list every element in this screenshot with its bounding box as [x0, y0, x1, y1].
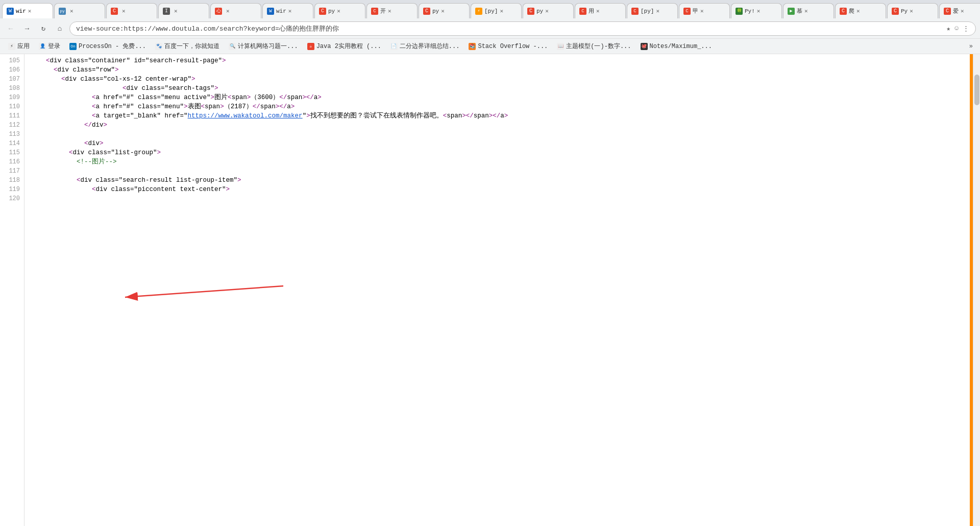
tab-19[interactable]: C 爱 ✕ — [939, 3, 980, 18]
tab-1[interactable]: py ✕ — [54, 3, 105, 18]
tab-18[interactable]: C Py ✕ — [887, 3, 938, 18]
source-wrapper: <div class="container" id="search-result… — [24, 54, 980, 526]
source-line — [31, 166, 970, 176]
tab-16-close[interactable]: ✕ — [804, 8, 808, 14]
bookmark-java[interactable]: ☕ Java 2实用教程 (... — [303, 41, 385, 52]
line-numbers: 1051061071081091101111121131141151161171… — [0, 54, 24, 526]
tab-19-icon: C — [944, 8, 951, 15]
tab-6-close[interactable]: ✕ — [288, 8, 292, 14]
tab-11-close[interactable]: ✕ — [545, 8, 549, 14]
bookmark-topic-label: 主题模型(一)-数字... — [566, 42, 631, 51]
tab-2-icon: C — [111, 8, 118, 15]
tab-10[interactable]: ⚡ [py] ✕ — [471, 3, 522, 18]
line-number: 105 — [0, 56, 20, 65]
java-icon: ☕ — [307, 43, 314, 50]
tab-16-icon: ▶ — [788, 8, 795, 15]
tab-active[interactable]: W wir ✕ — [2, 3, 53, 18]
bookmarks-more-button[interactable]: » — [966, 43, 976, 50]
tab-13-close[interactable]: ✕ — [656, 8, 659, 14]
processon-icon: On — [69, 43, 77, 50]
source-line: <div class="row"> — [31, 65, 970, 75]
tab-13-icon: C — [631, 8, 639, 15]
tab-label: wir — [16, 8, 26, 14]
back-button[interactable]: ← — [4, 22, 17, 35]
tab-4-close[interactable]: ✕ — [226, 8, 230, 14]
source-line: <div class="container" id="search-result… — [31, 56, 970, 65]
bookmark-apps[interactable]: ⚡ 应用 — [4, 41, 34, 52]
network-icon: 🔍 — [229, 43, 236, 50]
tab-8-close[interactable]: ✕ — [388, 8, 391, 14]
tab-4[interactable]: 心 ✕ — [210, 3, 261, 18]
source-line: <div class="search-tags"> — [31, 84, 970, 93]
source-line — [31, 130, 970, 139]
tab-9[interactable]: C py ✕ — [419, 3, 470, 18]
tab-7[interactable]: C py ✕ — [314, 3, 365, 18]
source-line: <div class="search-result list-group-ite… — [31, 176, 970, 185]
tab-12-icon: C — [579, 8, 586, 15]
line-number: 114 — [0, 139, 20, 148]
bookmark-binary-label: 二分边界详细总结... — [400, 42, 460, 51]
tab-16[interactable]: ▶ 慕 ✕ — [783, 3, 834, 18]
tab-10-close[interactable]: ✕ — [500, 8, 503, 14]
tab-12[interactable]: C 用 ✕ — [575, 3, 626, 18]
tab-7-close[interactable]: ✕ — [337, 8, 340, 14]
source-line: </div> — [31, 121, 970, 130]
address-bar: ← → ↻ ⌂ view-source:https://www.doutula.… — [0, 18, 980, 39]
source-line: <a href="#" class="menu active">图片<span>… — [31, 93, 970, 102]
bookmarks-bar: ⚡ 应用 👤 登录 On ProcessOn - 免费... 🐾 百度一下，你就… — [0, 39, 980, 54]
tab-12-close[interactable]: ✕ — [596, 8, 600, 14]
bookmark-star-icon[interactable]: ★ — [946, 25, 950, 33]
line-number: 115 — [0, 148, 20, 157]
tab-15[interactable]: 🍀 Py! ✕ — [731, 3, 782, 18]
tab-19-close[interactable]: ✕ — [961, 8, 964, 14]
bookmark-apps-label: 应用 — [17, 42, 30, 51]
bookmark-login[interactable]: 👤 登录 — [35, 41, 64, 52]
tab-18-close[interactable]: ✕ — [910, 8, 913, 14]
tab-3-close[interactable]: ✕ — [174, 8, 178, 14]
menu-dots-icon[interactable]: ⋮ — [963, 25, 969, 33]
tab-13[interactable]: C [py] ✕ — [627, 3, 678, 18]
tab-14-close[interactable]: ✕ — [700, 8, 704, 14]
baidu-icon: 🐾 — [155, 43, 162, 50]
bookmark-baidu[interactable]: 🐾 百度一下，你就知道 — [151, 41, 224, 52]
bookmark-stackoverflow[interactable]: 📚 Stack Overflow -... — [464, 41, 552, 52]
forward-button[interactable]: → — [20, 22, 34, 35]
line-number: 119 — [0, 185, 20, 194]
tab-15-icon: 🍀 — [736, 8, 743, 15]
bookmark-processon[interactable]: On ProcessOn - 免费... — [65, 41, 150, 52]
source-line: <div class="col-xs-12 center-wrap"> — [31, 75, 970, 84]
bookmark-processon-label: ProcessOn - 免费... — [79, 42, 146, 51]
bookmark-notes[interactable]: 🐙 Notes/Maximum_... — [636, 41, 716, 52]
home-button[interactable]: ⌂ — [53, 22, 66, 35]
source-line: <div> — [31, 139, 970, 148]
tab-close-btn[interactable]: ✕ — [28, 8, 32, 14]
scrollbar-track[interactable] — [973, 54, 980, 526]
line-number: 112 — [0, 121, 20, 130]
tab-2-close[interactable]: ✕ — [122, 8, 126, 14]
tab-15-close[interactable]: ✕ — [757, 8, 761, 14]
tab-2[interactable]: C ✕ — [106, 3, 157, 18]
bookmark-binary[interactable]: 📄 二分边界详细总结... — [386, 41, 464, 52]
bookmark-topic-model[interactable]: 📖 主题模型(一)-数字... — [553, 41, 635, 52]
profile-icon[interactable]: ☺ — [954, 25, 959, 32]
bookmark-network[interactable]: 🔍 计算机网络习题一... — [225, 41, 302, 52]
tab-14[interactable]: C 甲 ✕ — [679, 3, 730, 18]
tab-8[interactable]: C 开 ✕ — [366, 3, 418, 18]
tab-3-icon: I — [163, 8, 170, 15]
scrollbar-thumb[interactable] — [974, 75, 979, 105]
line-number: 107 — [0, 75, 20, 84]
tab-3[interactable]: I ✕ — [158, 3, 209, 18]
tab-17[interactable]: C 爬 ✕ — [835, 3, 886, 18]
line-number: 106 — [0, 65, 20, 75]
tab-1-close[interactable]: ✕ — [70, 8, 74, 14]
line-number: 109 — [0, 93, 20, 102]
bookmark-login-label: 登录 — [48, 42, 60, 51]
apps-icon: ⚡ — [8, 43, 15, 50]
tab-6[interactable]: W wir ✕ — [262, 3, 313, 18]
reload-button[interactable]: ↻ — [37, 22, 50, 35]
tab-11[interactable]: C py ✕ — [523, 3, 574, 18]
tab-9-close[interactable]: ✕ — [441, 8, 445, 14]
tab-17-close[interactable]: ✕ — [856, 8, 860, 14]
url-bar[interactable]: view-source:https://www.doutula.com/sear… — [69, 21, 976, 36]
source-content: <div class="container" id="search-result… — [24, 54, 970, 526]
